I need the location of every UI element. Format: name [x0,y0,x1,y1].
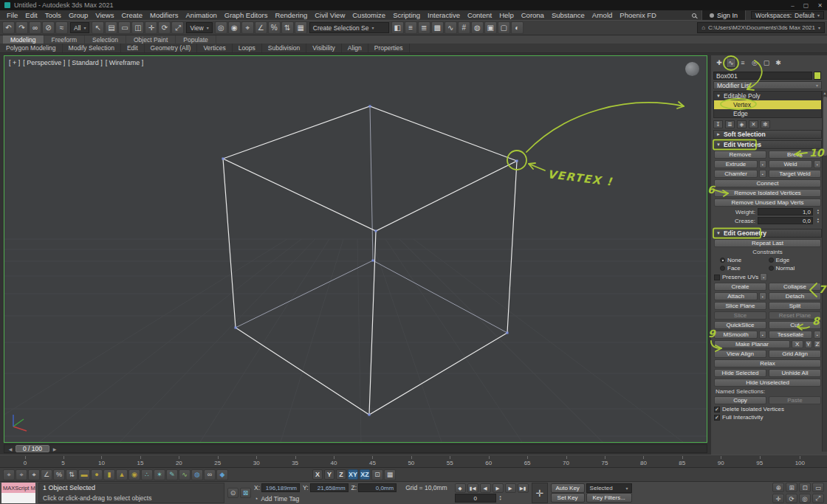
redo-icon[interactable]: ↷ [16,21,28,34]
ribbon-section[interactable]: Polygon Modeling [0,44,63,52]
rollout-button[interactable]: MSmooth [714,331,758,339]
ribbon-tab[interactable]: Freeform [44,35,85,44]
rollout-button[interactable]: Remove Isolated Vertices [714,189,821,197]
ribbon-section[interactable]: Geometry (All) [145,44,198,52]
orbit-icon[interactable]: ⟳ [786,494,797,503]
axis-constraint-button[interactable]: Y [324,469,334,480]
window-crossing-icon[interactable]: ◫ [131,21,144,34]
option-checkbox[interactable]: Full Interactivity [714,414,821,421]
zoom-all-icon[interactable]: ⊞ [786,483,797,492]
show-end-result-icon[interactable]: ≣ [725,120,735,128]
settings-button[interactable]: ▪ [759,292,766,300]
time-slider-thumb[interactable]: 0 / 100 [16,445,49,452]
menu-item[interactable]: Tools [41,11,65,19]
spray-tool-icon[interactable]: ✶ [154,469,165,480]
display-tab[interactable]: ▢ [761,58,772,68]
key-filters-button[interactable]: Key Filters... [586,493,632,503]
modifier-stack-item[interactable]: Vertex [714,100,821,109]
menu-item[interactable]: Arnold [588,11,616,19]
settings-button[interactable]: ▪ [814,160,821,168]
option-checkbox[interactable]: Delete Isolated Vertices [714,406,821,412]
coordinate-field[interactable]: 196,189mm [261,483,300,492]
menu-item[interactable]: Content [464,11,495,19]
rollout-button[interactable]: Target Weld [769,170,821,178]
workspaces-dropdown[interactable]: Workspaces:Default▾ [751,11,824,19]
ribbon-section[interactable]: Subdivision [262,44,306,52]
project-path-field[interactable]: ⌂ C:\Users\M2X\Documents\3ds Max 2021 ▾ [697,22,825,33]
render-setup-icon[interactable]: ▣ [484,21,497,34]
sphere-tool-icon[interactable]: ◍ [191,469,203,480]
primitive-sphere-icon[interactable]: ● [91,469,103,480]
motion-tab[interactable]: ◎ [749,58,760,68]
select-by-name-icon[interactable]: ▤ [105,21,117,34]
plane-constraint-button[interactable]: XZ [360,469,370,480]
isolate-toggle-icon[interactable]: ✛ [532,483,548,503]
scroll-up-icon[interactable]: ▲ [823,91,827,95]
menu-item[interactable]: Animation [182,11,221,19]
settings-button[interactable]: ▪ [759,160,766,168]
fov-icon[interactable]: ◎ [799,494,811,503]
ribbon-section[interactable]: Edit [121,44,145,52]
rollout-button[interactable]: Weld [769,160,812,168]
edit-named-selection-icon[interactable]: ▦ [295,21,307,34]
soft-selection-header[interactable]: ► Soft Selection [713,130,822,139]
ribbon-section[interactable]: Properties [368,44,410,52]
edit-geometry-header[interactable]: ▼ Edit Geometry [713,229,822,238]
viewport-label-part[interactable]: [ + ] [9,59,20,66]
time-slider-track[interactable]: ◀ 0 / 100 ▶ [4,444,707,453]
make-unique-icon[interactable]: ◈ [737,120,747,128]
menu-item[interactable]: Civil View [311,11,349,19]
constraint-radio[interactable]: None [720,257,767,263]
frame-spinner[interactable]: ▴▾ [498,495,504,501]
zoom-icon[interactable]: ⊕ [772,483,784,492]
align-icon[interactable]: ≡ [405,21,417,34]
rollout-button[interactable]: Extrude [714,160,758,168]
menu-item[interactable]: Substance [548,11,588,19]
primitive-box-icon[interactable]: ▬ [78,469,90,480]
rollout-button[interactable]: Reset Plane [769,311,821,320]
axis-constraint-button[interactable]: Z [336,469,346,480]
value-field[interactable]: 0,0 [758,217,813,224]
axis-button[interactable]: X [792,340,803,348]
sign-in-button[interactable]: Sign In [701,10,746,20]
object-color-swatch[interactable] [814,72,821,80]
settings-button[interactable]: ▪ [759,331,766,339]
next-frame-button[interactable]: ▶ [505,483,516,493]
auto-key-button[interactable]: Auto Key [551,483,585,493]
remove-modifier-icon[interactable]: ✕ [749,120,758,128]
axis-button[interactable]: Z [814,340,821,348]
manipulate-icon[interactable]: ⊡ [371,469,383,480]
panel-scrollbar[interactable]: ▲ [822,91,827,452]
settings-button[interactable]: ▪ [759,170,766,178]
plane-constraint-button[interactable]: XY [348,469,358,480]
object-name-field[interactable]: Box001 [713,72,812,80]
toggle-ribbon-icon[interactable]: ▩ [431,21,444,34]
reference-coordinate-dropdown[interactable]: View▾ [186,22,212,33]
keyboard-override-icon[interactable]: ▦ [384,469,396,480]
isolate-selection-icon[interactable]: ⊙ [227,488,239,498]
menu-item[interactable]: Rendering [271,11,311,19]
align-button[interactable]: Grid Align [769,350,821,358]
select-link-icon[interactable]: ∞ [29,21,41,34]
modifier-stack-item[interactable]: ▼Editable Poly [714,92,821,100]
selected-mode-dropdown[interactable]: Selected▾ [586,483,632,493]
axis-button[interactable]: Y [805,340,812,348]
scrollbar-thumb[interactable] [823,97,827,156]
rollout-button[interactable]: Cut [769,321,821,329]
link-tool-icon[interactable]: ∞ [204,469,216,480]
viewport-label-part[interactable]: [ Perspective ] [23,59,65,66]
constraint-radio[interactable]: Edge [769,257,816,263]
previous-frame-button[interactable]: ◀ [480,483,491,493]
axis-constraint-button[interactable]: X [312,469,323,480]
play-button[interactable]: ▶ [493,483,504,493]
hide-unselected-button[interactable]: Hide Unselected [714,379,821,387]
primitive-cylinder-icon[interactable]: ▮ [103,469,115,480]
align-button[interactable]: View Align [714,350,766,358]
hide-button[interactable]: Unhide All [769,369,821,377]
scatter-tool-icon[interactable]: ∴ [141,469,153,480]
coordinate-field[interactable]: 0,0mm [358,483,397,492]
ribbon-tab[interactable]: Selection [85,35,126,44]
percent-snap-icon[interactable]: % [53,469,65,480]
modifier-stack-item[interactable]: Edge [714,109,821,118]
pan-icon[interactable]: ✛ [772,494,784,503]
